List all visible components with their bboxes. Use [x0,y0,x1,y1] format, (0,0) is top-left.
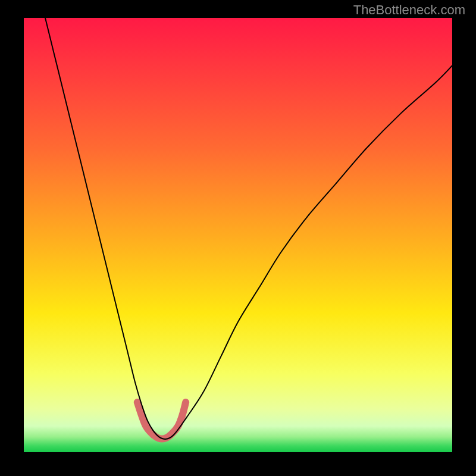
chart-plot-area [24,18,452,452]
svg-rect-0 [24,18,452,452]
chart-background-gradient [24,18,452,452]
watermark-text: TheBottleneck.com [353,2,465,18]
